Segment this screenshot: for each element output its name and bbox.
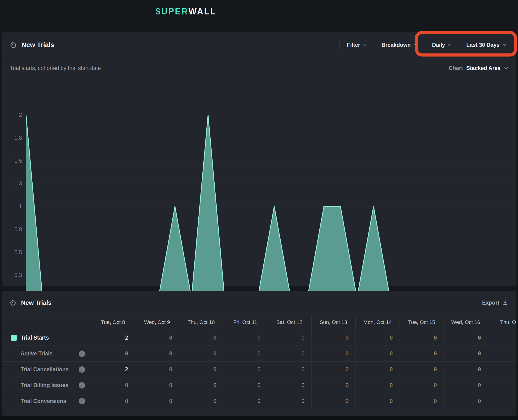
value-cell: 0 bbox=[311, 330, 355, 345]
value-cell: 0 bbox=[267, 377, 311, 393]
info-icon[interactable]: i bbox=[79, 351, 85, 357]
superwall-logo: $UPERWALL bbox=[155, 7, 216, 16]
granularity-label: Daily bbox=[432, 42, 445, 48]
chart-subheader: Trial starts, cohorted by trial start da… bbox=[2, 58, 516, 71]
series-swatch bbox=[11, 335, 17, 341]
value-cell: 0 bbox=[135, 393, 179, 409]
value-cell: 0 bbox=[223, 377, 267, 393]
value-cell: 0 bbox=[267, 362, 311, 377]
history-clock-icon bbox=[10, 299, 16, 306]
value-cell: 0 bbox=[400, 346, 444, 361]
value-cell: 0 bbox=[267, 346, 311, 361]
logo-accent-text: $UPER bbox=[155, 7, 188, 16]
column-header: Sat, Oct 12 bbox=[267, 315, 311, 330]
export-label: Export bbox=[482, 300, 499, 306]
history-clock-icon bbox=[10, 41, 17, 48]
table-row: Trial Starts200000000 bbox=[2, 330, 516, 346]
svg-text:1.5: 1.5 bbox=[15, 158, 22, 164]
date-range-label: Last 30 Days bbox=[466, 42, 500, 48]
svg-text:1: 1 bbox=[19, 203, 22, 210]
table-panel-header: New Trials Export bbox=[2, 291, 516, 315]
logo-rest-text: WALL bbox=[188, 7, 216, 16]
filter-label: Filter bbox=[347, 42, 360, 48]
column-header: Thu, Oct 10 bbox=[179, 315, 223, 330]
export-button[interactable]: Export bbox=[482, 300, 508, 306]
value-cell: 0 bbox=[179, 377, 223, 393]
row-label: Active Trials bbox=[21, 351, 53, 357]
date-range-dropdown[interactable]: Last 30 Days bbox=[459, 42, 508, 48]
value-cell: 0 bbox=[444, 377, 488, 393]
chart-canvas: 00.30.50.811.31.51.82Thu, Oct 10Sun, Oct… bbox=[2, 107, 516, 319]
column-header: Wed, Oct 9 bbox=[135, 315, 179, 330]
info-icon[interactable]: i bbox=[79, 398, 85, 404]
info-icon[interactable]: i bbox=[79, 366, 85, 373]
value-cell: 0 bbox=[223, 393, 267, 409]
value-cell: 0 bbox=[311, 377, 355, 393]
column-header: Fri, Oct 11 bbox=[223, 315, 267, 330]
value-cell: 0 bbox=[223, 330, 267, 345]
chart-controls: Filter Breakdown Daily Last 30 Days bbox=[340, 41, 508, 49]
row-label: Trial Starts bbox=[21, 335, 49, 341]
value-cell: 0 bbox=[179, 362, 223, 377]
filter-dropdown[interactable]: Filter bbox=[340, 42, 374, 48]
value-cell bbox=[488, 346, 517, 361]
info-icon[interactable]: i bbox=[79, 382, 85, 389]
value-cell: 0 bbox=[311, 346, 355, 361]
value-cell bbox=[488, 362, 517, 377]
value-cell: 0 bbox=[444, 330, 488, 345]
value-cell: 0 bbox=[135, 346, 179, 361]
table-corner-cell bbox=[2, 315, 91, 330]
chart-subtitle: Trial starts, cohorted by trial start da… bbox=[10, 65, 101, 71]
value-cell: 0 bbox=[91, 377, 135, 393]
value-cell: 0 bbox=[444, 362, 488, 377]
value-cell: 0 bbox=[355, 330, 400, 345]
value-cell: 0 bbox=[311, 393, 355, 409]
value-cell: 0 bbox=[91, 393, 135, 409]
new-trials-table-panel: New Trials Export Tue, Oct 8Wed, Oct 9Th… bbox=[2, 291, 516, 416]
row-label-cell: Active Trialsi bbox=[2, 346, 91, 361]
chevron-down-icon bbox=[502, 43, 506, 47]
breakdown-dropdown[interactable]: Breakdown bbox=[374, 42, 425, 48]
chart-type-dropdown[interactable]: Chart Stacked Area bbox=[449, 65, 508, 71]
chart-type-value: Stacked Area bbox=[466, 65, 501, 71]
value-cell: 0 bbox=[135, 377, 179, 393]
chart-type-label: Chart bbox=[449, 65, 463, 71]
table-body: Trial Starts200000000Active Trialsi00000… bbox=[2, 330, 516, 409]
page: $UPERWALL New Trials Filter bbox=[0, 0, 518, 420]
download-icon bbox=[502, 300, 508, 306]
new-trials-chart-panel: New Trials Filter Breakdown Daily bbox=[2, 32, 516, 286]
value-cell: 2 bbox=[91, 330, 135, 345]
value-cell: 0 bbox=[355, 346, 400, 361]
value-cell bbox=[488, 330, 517, 345]
svg-text:0.5: 0.5 bbox=[15, 249, 22, 255]
value-cell: 2 bbox=[91, 362, 135, 377]
value-cell: 0 bbox=[267, 330, 311, 345]
svg-text:1.3: 1.3 bbox=[15, 180, 22, 187]
value-cell bbox=[488, 393, 517, 409]
value-cell: 0 bbox=[444, 346, 488, 361]
svg-text:0.3: 0.3 bbox=[15, 272, 22, 278]
value-cell: 0 bbox=[400, 362, 444, 377]
value-cell: 0 bbox=[355, 393, 400, 409]
value-cell: 0 bbox=[311, 362, 355, 377]
granularity-dropdown[interactable]: Daily bbox=[425, 42, 459, 48]
column-header: Mon, Oct 14 bbox=[355, 315, 400, 330]
value-cell: 0 bbox=[355, 362, 400, 377]
column-header: Thu, Oct 17 bbox=[488, 315, 517, 330]
table-row: Trial Billing Issuesi000000000 bbox=[2, 377, 516, 393]
page-title: New Trials bbox=[22, 41, 54, 49]
value-cell: 0 bbox=[179, 346, 223, 361]
table-title: New Trials bbox=[21, 299, 52, 307]
stacked-area-chart: 00.30.50.811.31.51.82Thu, Oct 10Sun, Oct… bbox=[2, 107, 516, 319]
table-row: Active Trialsi000000000 bbox=[2, 346, 516, 362]
row-label: Trial Cancellations bbox=[21, 366, 69, 373]
row-label: Trial Billing Issues bbox=[21, 382, 68, 389]
value-cell: 0 bbox=[135, 330, 179, 345]
bottom-scroll-strip bbox=[0, 416, 518, 420]
row-label-cell: Trial Starts bbox=[2, 330, 91, 345]
breakdown-label: Breakdown bbox=[381, 42, 411, 48]
column-header: Wed, Oct 16 bbox=[444, 315, 488, 330]
value-cell: 0 bbox=[223, 362, 267, 377]
value-cell: 0 bbox=[400, 377, 444, 393]
chevron-down-icon bbox=[363, 43, 367, 47]
